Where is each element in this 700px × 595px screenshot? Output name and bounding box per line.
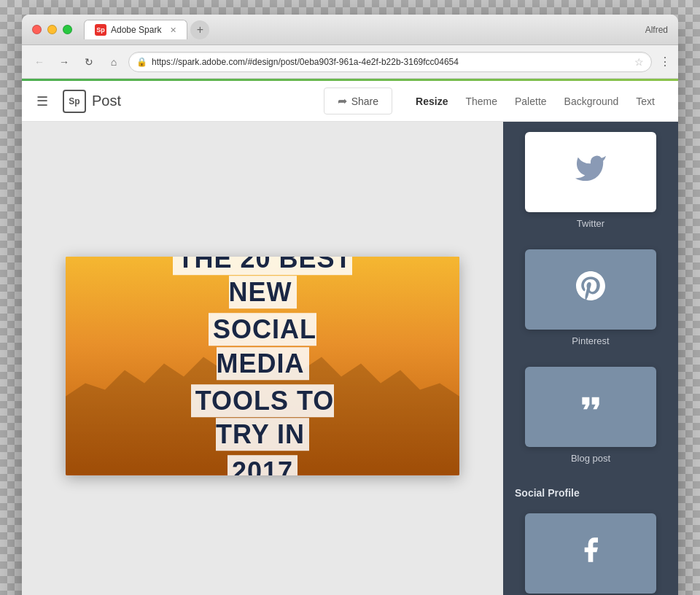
hamburger-menu-button[interactable]: ☰ (34, 90, 51, 112)
nav-item-theme[interactable]: Theme (465, 93, 497, 110)
resize-option-twitter[interactable]: Twitter (503, 122, 678, 239)
right-panel: Twitter Pinterest (503, 122, 678, 595)
app-name: Post (92, 93, 121, 109)
nav-bar: ← → ↻ ⌂ 🔒 https://spark.adobe.com/#desig… (22, 45, 678, 79)
nav-item-palette[interactable]: Palette (515, 93, 547, 110)
tab-bar: Sp Adobe Spark ✕ + (84, 20, 209, 39)
nav-item-text[interactable]: Text (636, 93, 655, 110)
address-bar[interactable]: 🔒 https://spark.adobe.com/#design/post/0… (128, 52, 652, 72)
share-button[interactable]: ➦ Share (324, 88, 392, 114)
blog-card (525, 367, 656, 447)
tab-favicon: Sp (95, 24, 106, 36)
twitter-label: Twitter (577, 218, 604, 229)
blog-label: Blog post (571, 453, 610, 464)
active-tab[interactable]: Sp Adobe Spark ✕ (84, 20, 187, 39)
minimize-button[interactable] (47, 25, 57, 34)
spark-logo-box: Sp (63, 90, 86, 113)
nav-item-resize[interactable]: Resize (416, 93, 448, 110)
pinterest-label: Pinterest (572, 335, 609, 346)
resize-option-blog[interactable]: Blog post (503, 357, 678, 474)
title-line-2: SOCIAL MEDIA (209, 313, 316, 380)
title-line-3: TOOLS TO TRY IN (191, 384, 335, 451)
social-profile-title: Social Profile (503, 480, 678, 503)
app-body: THE 20 BEST NEW SOCIAL MEDIA TOOLS TO TR… (22, 122, 678, 595)
new-tab-button[interactable]: + (190, 20, 209, 39)
lock-icon: 🔒 (136, 57, 147, 67)
window-user: Alfred (645, 25, 668, 35)
tab-title: Adobe Spark (111, 25, 161, 35)
resize-option-pinterest[interactable]: Pinterest (503, 239, 678, 357)
title-line-4: 2017 (228, 455, 298, 475)
bookmark-icon[interactable]: ☆ (634, 56, 644, 68)
nav-item-background[interactable]: Background (564, 93, 619, 110)
canvas-area[interactable]: THE 20 BEST NEW SOCIAL MEDIA TOOLS TO TR… (22, 122, 503, 595)
facebook-icon (576, 532, 605, 576)
home-icon: ⌂ (111, 56, 117, 68)
spark-logo: Sp Post (63, 90, 121, 113)
reload-icon: ↻ (85, 56, 93, 68)
title-line-1: THE 20 BEST NEW (173, 257, 351, 309)
back-button[interactable]: ← (29, 52, 50, 72)
facebook-card (525, 513, 656, 594)
title-bar: Sp Adobe Spark ✕ + Alfred (22, 15, 678, 45)
tab-close-button[interactable]: ✕ (170, 26, 176, 35)
twitter-card (525, 132, 656, 212)
home-button[interactable]: ⌂ (104, 52, 124, 72)
maximize-button[interactable] (63, 25, 72, 34)
share-label: Share (351, 96, 378, 107)
traffic-lights (32, 25, 72, 34)
app-header: ☰ Sp Post ➦ Share Resize Theme Palette B… (22, 81, 678, 122)
browser-window: Sp Adobe Spark ✕ + Alfred ← → ↻ ⌂ 🔒 http… (22, 15, 678, 595)
forward-button[interactable]: → (54, 52, 74, 72)
post-text-container: THE 20 BEST NEW SOCIAL MEDIA TOOLS TO TR… (164, 257, 361, 475)
post-title: THE 20 BEST NEW SOCIAL MEDIA TOOLS TO TR… (164, 257, 361, 475)
header-nav: Resize Theme Palette Background Text (404, 93, 666, 110)
blog-icon (570, 389, 611, 425)
close-button[interactable] (32, 25, 42, 34)
pinterest-card (525, 249, 656, 330)
share-icon: ➦ (338, 94, 347, 108)
twitter-icon (570, 152, 611, 193)
forward-icon: → (59, 56, 69, 68)
browser-menu-button[interactable]: ⋮ (659, 55, 671, 69)
back-icon: ← (34, 56, 44, 68)
url-text: https://spark.adobe.com/#design/post/0eb… (152, 57, 630, 67)
post-image: THE 20 BEST NEW SOCIAL MEDIA TOOLS TO TR… (66, 257, 459, 475)
reload-button[interactable]: ↻ (79, 52, 99, 72)
resize-option-facebook[interactable]: Facebook (503, 503, 678, 595)
pinterest-icon (576, 267, 605, 313)
